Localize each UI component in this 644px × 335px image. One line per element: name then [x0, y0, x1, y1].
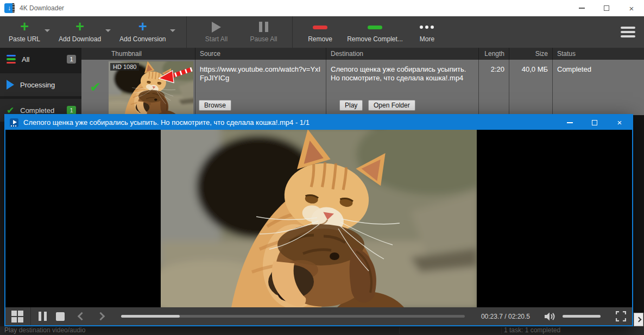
scroll-right-button[interactable] [634, 313, 643, 326]
start-all-button[interactable]: Start All [192, 16, 240, 48]
player-titlebar: Слепого щенка уже собирались усыпить. Но… [5, 115, 632, 130]
destination-path: Слепого щенка уже собирались усыпить. Но… [326, 60, 478, 83]
statusbar-hint: Play destination video/audio [4, 326, 85, 334]
add-download-icon: + [75, 22, 84, 33]
thumbnail-cell: ✔ HD 1080 [81, 60, 195, 115]
stop-button[interactable] [56, 312, 65, 321]
video-frame [161, 130, 477, 307]
volume-button[interactable] [544, 312, 556, 321]
fullscreen-button[interactable] [616, 311, 626, 321]
scroll-right-icon [636, 317, 641, 323]
player-minimize-button[interactable] [557, 115, 582, 130]
player-window-controls: × [557, 115, 632, 130]
statusbar-divider [399, 327, 400, 334]
sidebar-item-label: Processing [20, 81, 55, 89]
more-icon [420, 22, 434, 33]
toolbar-separator [186, 16, 187, 48]
maximize-icon [604, 5, 609, 11]
statusbar-divider [501, 327, 502, 334]
column-header-size[interactable]: Size [509, 48, 553, 60]
all-count-badge: 1 [67, 55, 76, 64]
length-value: 2:20 [479, 60, 509, 73]
length-cell: 2:20 [479, 60, 509, 115]
start-all-icon [212, 22, 221, 33]
volume-slider[interactable] [563, 315, 601, 318]
app-icon: ↓ [4, 3, 14, 13]
table-header: Thumbnail Source Destination Length Size… [81, 48, 644, 60]
fullscreen-icon [616, 311, 626, 321]
statusbar: Play destination video/audio 1 task: 1 c… [0, 326, 644, 335]
main-titlebar: ↓ 4K Downloader × [0, 0, 644, 16]
playlist-grid-icon [11, 311, 17, 316]
statusbar-task-summary: 1 task: 1 completed [504, 326, 560, 334]
menu-button[interactable] [621, 27, 635, 37]
time-display: 00:23.7 / 02:20.5 [481, 313, 530, 320]
remove-icon [313, 26, 327, 29]
minimize-button[interactable] [569, 0, 594, 16]
sidebar-item-label: All [22, 55, 29, 64]
quality-badge: HD 1080 [110, 63, 139, 71]
add-download-dropdown[interactable] [105, 29, 111, 32]
playlist-grid-button[interactable] [11, 311, 23, 323]
sidebar-item-label: Completed [20, 106, 54, 115]
pause-icon [39, 312, 41, 321]
more-button[interactable]: More [408, 16, 446, 48]
column-header-destination[interactable]: Destination [326, 48, 479, 60]
maximize-button[interactable] [594, 0, 619, 16]
open-folder-button[interactable]: Open Folder [368, 100, 415, 111]
column-header-source[interactable]: Source [195, 48, 326, 60]
row-status-icon: ✔ [90, 79, 101, 95]
pause-all-button[interactable]: Pause All [240, 16, 287, 48]
seek-bar[interactable] [121, 315, 465, 318]
player-icon [10, 118, 18, 127]
toolbar: + Paste URL + Add Download + Add Convers… [0, 16, 644, 48]
pause-button[interactable] [39, 312, 47, 321]
all-filter-icon [7, 55, 16, 64]
player-window: Слепого щенка уже собирались усыпить. Но… [4, 114, 633, 326]
player-controls: 00:23.7 / 02:20.5 [5, 307, 632, 325]
close-button[interactable]: × [619, 0, 644, 16]
column-header-length[interactable]: Length [479, 48, 509, 60]
remove-completed-button[interactable]: Remove Complet... [342, 16, 408, 48]
size-cell: 40,0 МБ [509, 60, 553, 115]
add-conversion-dropdown[interactable] [170, 29, 175, 32]
video-area[interactable] [5, 130, 632, 307]
volume-level [563, 315, 601, 318]
previous-button[interactable] [78, 312, 86, 321]
remove-completed-icon [368, 26, 382, 29]
play-button[interactable]: Play [339, 100, 363, 111]
completed-count-badge: 1 [67, 106, 76, 115]
source-url: https://www.youtube.com/watch?v=YxIFpJIY… [195, 60, 326, 83]
volume-icon [544, 312, 556, 321]
add-download-button[interactable]: + Add Download [55, 16, 104, 48]
add-conversion-icon: + [138, 22, 147, 33]
column-header-thumbnail[interactable]: Thumbnail [81, 48, 195, 60]
processing-icon [7, 80, 14, 90]
next-button[interactable] [97, 312, 105, 321]
destination-cell: Слепого щенка уже собирались усыпить. Но… [326, 60, 479, 115]
toolbar-separator [292, 16, 293, 48]
player-title: Слепого щенка уже собирались усыпить. Но… [23, 118, 310, 127]
add-conversion-button[interactable]: + Add Conversion [116, 16, 169, 48]
menu-icon [621, 27, 635, 29]
size-value: 40,0 МБ [509, 60, 552, 73]
player-maximize-button[interactable] [582, 115, 607, 130]
controls-separator [30, 307, 31, 325]
column-header-status[interactable]: Status [553, 48, 644, 60]
sidebar-item-processing[interactable]: Processing [0, 73, 81, 96]
remove-button[interactable]: Remove [298, 16, 342, 48]
player-close-button[interactable]: × [607, 115, 632, 130]
paste-url-dropdown[interactable] [45, 29, 50, 32]
app-window: ↓ 4K Downloader × + Paste URL + Add Down… [0, 0, 644, 335]
table-row[interactable]: ✔ HD 1080 https://www.youtube.com/watch?… [81, 60, 644, 115]
window-controls: × [569, 0, 644, 16]
video-thumbnail: HD 1080 [109, 61, 193, 115]
source-cell: https://www.youtube.com/watch?v=YxIFpJIY… [195, 60, 326, 115]
paste-url-icon: + [20, 22, 29, 33]
sidebar-item-all[interactable]: All 1 [0, 48, 81, 71]
minimize-icon [567, 122, 573, 123]
paste-url-button[interactable]: + Paste URL [5, 16, 43, 48]
pause-all-icon [259, 22, 268, 33]
browse-button[interactable]: Browse [199, 100, 231, 111]
status-value: Completed [553, 60, 644, 74]
